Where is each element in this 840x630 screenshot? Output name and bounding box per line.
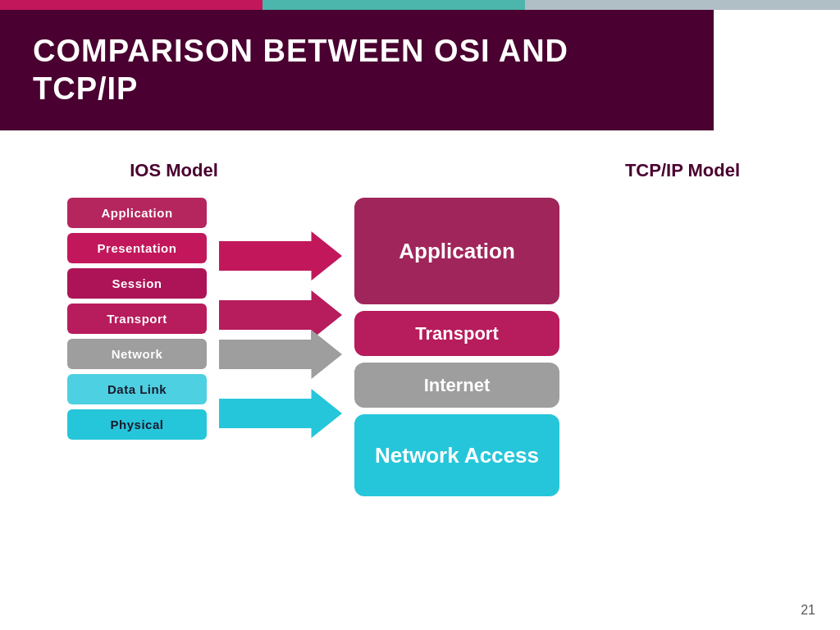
tcpip-model-label: TCP/IP Model bbox=[600, 160, 765, 181]
osi-layer-presentation: Presentation bbox=[67, 233, 207, 263]
page-title: COMPARISON BETWEEN OSI AND TCP/IP bbox=[33, 33, 681, 107]
bar-gray bbox=[525, 0, 840, 10]
bar-teal bbox=[262, 0, 525, 10]
models-header: IOS Model TCP/IP Model bbox=[67, 160, 773, 181]
arrow-top-group bbox=[219, 217, 342, 295]
arrow-network-group bbox=[219, 335, 342, 374]
osi-layer-datalink: Data Link bbox=[67, 374, 207, 404]
osi-column: Application Presentation Session Transpo… bbox=[67, 198, 207, 440]
osi-layer-session: Session bbox=[67, 268, 207, 299]
arrow-bottom-group bbox=[219, 374, 342, 453]
tcpip-layer-internet: Internet bbox=[354, 363, 559, 408]
osi-layer-transport: Transport bbox=[67, 304, 207, 334]
top-accent-bars bbox=[0, 0, 840, 10]
arrow-transport-group bbox=[219, 295, 342, 335]
tcpip-column: Application Transport Internet Network A… bbox=[354, 198, 559, 496]
diagram: Application Presentation Session Transpo… bbox=[67, 198, 773, 496]
arrows-column bbox=[207, 198, 354, 453]
tcpip-layer-network-access: Network Access bbox=[354, 414, 559, 496]
tcpip-layer-application: Application bbox=[354, 198, 559, 304]
arrow-red-icon bbox=[219, 290, 342, 340]
osi-layer-network: Network bbox=[67, 339, 207, 369]
arrow-pink-icon bbox=[219, 231, 342, 281]
osi-model-label: IOS Model bbox=[92, 160, 256, 181]
content-area: IOS Model TCP/IP Model Application Prese… bbox=[0, 160, 840, 619]
page-number: 21 bbox=[801, 603, 815, 618]
osi-layer-physical: Physical bbox=[67, 409, 207, 440]
bar-pink bbox=[0, 0, 262, 10]
arrow-gray-icon bbox=[219, 330, 342, 379]
arrow-teal-icon bbox=[219, 389, 342, 438]
osi-layer-application: Application bbox=[67, 198, 207, 228]
tcpip-layer-transport: Transport bbox=[354, 311, 559, 356]
title-section: COMPARISON BETWEEN OSI AND TCP/IP bbox=[0, 10, 714, 130]
